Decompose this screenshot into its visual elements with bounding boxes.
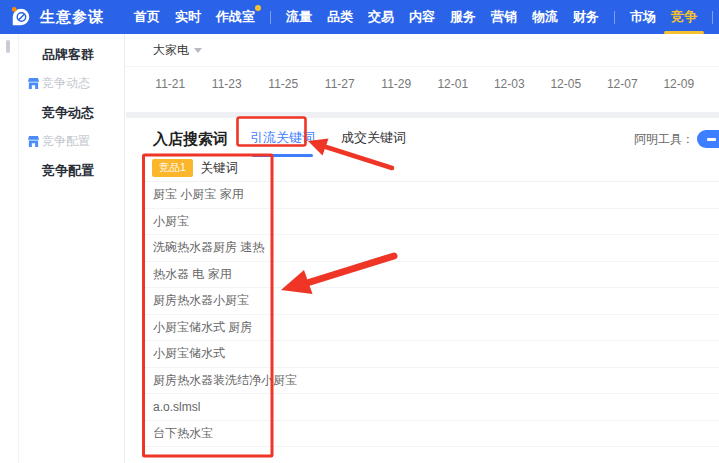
competitor-badge: 竞品1: [152, 159, 193, 177]
search-words-card: 入店搜索词 引流关键词 成交关键词 阿明工具： 竞品1: [126, 118, 719, 463]
keyword-rows: 厨宝 小厨宝 家用 小厨宝 洗碗热水器厨房 速热 热水器 电 家用: [144, 182, 719, 447]
date-tick: 12-05: [538, 77, 595, 91]
nav-item[interactable]: 竞争: [671, 0, 697, 34]
nav-item[interactable]: 营销: [491, 0, 517, 34]
keyword-text: 小厨宝: [153, 213, 189, 230]
keyword-tabs: 引流关键词 成交关键词: [250, 129, 406, 149]
nav-item[interactable]: 物流: [532, 0, 558, 34]
nav-item[interactable]: 作战室: [216, 0, 255, 34]
nav-item[interactable]: 财务: [573, 0, 599, 34]
keyword-text: 厨房热水器小厨宝: [153, 292, 249, 309]
main-content: 大家电 11-21 11-23 11-25 11-27 11-29 12-01: [126, 34, 719, 463]
column-header: 关键词: [201, 160, 239, 177]
nav-divider: [614, 11, 615, 24]
keyword-row[interactable]: 厨房热水器小厨宝: [144, 288, 719, 315]
date-tick: 11-21: [142, 77, 199, 91]
nav-divider: [712, 11, 713, 24]
nav-item[interactable]: 首页: [134, 0, 160, 34]
nav-item[interactable]: 服务: [450, 0, 476, 34]
section-title: 入店搜索词: [153, 130, 228, 149]
date-tick: 12-07: [594, 77, 651, 91]
keyword-table: 竞品1 关键词 厨宝 小厨宝 家用 小厨宝 洗: [144, 155, 719, 447]
keyword-row[interactable]: 小厨宝储水式: [144, 341, 719, 368]
amin-tool-toggle[interactable]: [697, 130, 719, 148]
keyword-text: 小厨宝储水式: [153, 345, 225, 362]
section-header: 入店搜索词 引流关键词 成交关键词 阿明工具：: [126, 118, 719, 155]
sidebar-item-label: 竞争动态: [42, 75, 90, 92]
sidebar-item[interactable]: 竞争配置: [0, 156, 124, 185]
trend-card: 大家电 11-21 11-23 11-25 11-27 11-29 12-01: [126, 34, 719, 112]
top-nav: 生意参谋 首页 实时 作战室 流量 品类 交易 内容 服务 营销: [0, 0, 719, 34]
brand[interactable]: 生意参谋: [0, 6, 104, 28]
keyword-row[interactable]: 小厨宝: [144, 209, 719, 236]
keyword-text: 热水器 电 家用: [153, 266, 232, 283]
toggle-dash-icon: [707, 138, 716, 141]
sidebar-item-label: 竞争配置: [42, 162, 94, 180]
date-tick: 12-09: [651, 77, 708, 91]
amin-tool-label: 阿明工具：: [634, 131, 694, 148]
sidebar-menu: 品牌客群 竞争动态: [0, 34, 124, 185]
keyword-text: 洗碗热水器厨房 速热: [153, 239, 264, 256]
keyword-row[interactable]: 台下热水宝: [144, 421, 719, 448]
date-tick: 12-03: [481, 77, 538, 91]
chevron-down-icon: [194, 48, 202, 53]
date-tick: 11-29: [368, 77, 425, 91]
category-label: 大家电: [153, 34, 189, 67]
keyword-text: 厨房热水器装洗结净小厨宝: [153, 372, 297, 389]
category-select[interactable]: 大家电: [153, 34, 202, 67]
sidebar-item-label: 品牌客群: [42, 46, 94, 64]
keyword-text: 小厨宝储水式 厨房: [153, 319, 252, 336]
keyword-row[interactable]: 厨房热水器装洗结净小厨宝: [144, 368, 719, 395]
keyword-row[interactable]: 厨宝 小厨宝 家用: [144, 182, 719, 209]
date-axis: 11-21 11-23 11-25 11-27 11-29 12-01 12-0…: [126, 67, 719, 91]
keyword-text: 台下热水宝: [153, 425, 213, 442]
date-tick: 11-25: [255, 77, 312, 91]
sidebar-item[interactable]: 竞争动态: [0, 98, 124, 127]
app-logo-icon: [10, 6, 32, 28]
keyword-tab[interactable]: 引流关键词: [250, 129, 315, 149]
nav-item[interactable]: 品类: [327, 0, 353, 34]
keyword-row[interactable]: 小厨宝储水式 厨房: [144, 315, 719, 342]
sidebar-item[interactable]: 竞争配置: [0, 127, 124, 156]
nav-item[interactable]: 流量: [286, 0, 312, 34]
keyword-row[interactable]: 热水器 电 家用: [144, 262, 719, 289]
nav-menu: 首页 实时 作战室 流量 品类 交易 内容 服务 营销 物流 财务: [134, 0, 713, 34]
date-tick: 11-27: [312, 77, 369, 91]
sidebar-item-label: 竞争配置: [42, 133, 90, 150]
brand-name: 生意参谋: [40, 8, 104, 27]
shop-icon: [27, 77, 40, 90]
shop-icon: [27, 135, 40, 148]
nav-divider: [270, 11, 271, 24]
sidebar-item-label: 竞争动态: [42, 104, 94, 122]
keyword-table-header: 竞品1 关键词: [144, 155, 719, 182]
nav-item[interactable]: 内容: [409, 0, 435, 34]
nav-item[interactable]: 实时: [175, 0, 201, 34]
nav-item[interactable]: 交易: [368, 0, 394, 34]
sidebar-item[interactable]: 品牌客群: [0, 40, 124, 69]
category-row: 大家电: [126, 34, 719, 67]
keyword-text: 厨宝 小厨宝 家用: [153, 186, 244, 203]
date-tick: 12-01: [425, 77, 482, 91]
nav-item[interactable]: 市场: [630, 0, 656, 34]
keyword-tab[interactable]: 成交关键词: [341, 129, 406, 149]
sidebar-item[interactable]: 竞争动态: [0, 69, 124, 98]
keyword-row[interactable]: 洗碗热水器厨房 速热: [144, 235, 719, 262]
keyword-text: a.o.slmsl: [153, 400, 200, 414]
amin-tool: 阿明工具：: [634, 130, 719, 148]
sidebar: 品牌客群 竞争动态: [0, 34, 125, 463]
screen: 生意参谋 首页 实时 作战室 流量 品类 交易 内容 服务 营销: [0, 0, 719, 463]
keyword-row[interactable]: a.o.slmsl: [144, 394, 719, 421]
date-tick: 11-23: [199, 77, 256, 91]
